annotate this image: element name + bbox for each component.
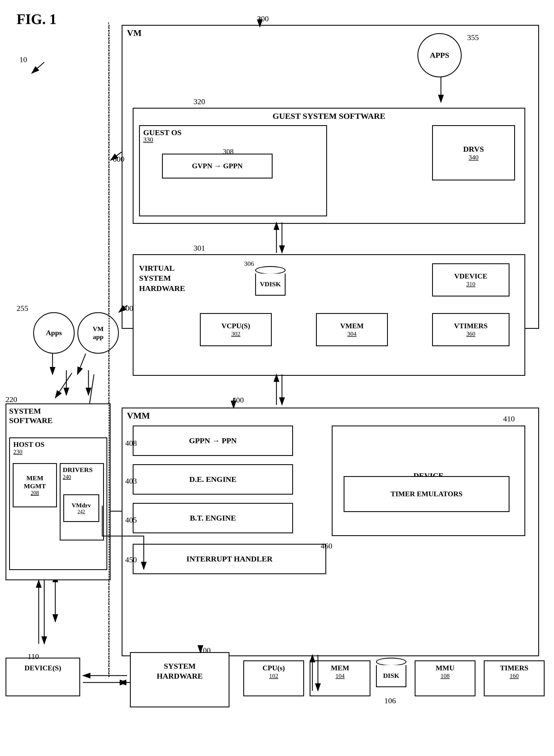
vdevice-box: VDEVICE 310 [432, 263, 509, 297]
host-os-label: HOST OS [13, 440, 45, 449]
drvs-box: DRVS 340 [432, 125, 515, 180]
timer-emulators-label: TIMER EMULATORS [391, 490, 462, 498]
de-engine-box: D.E. ENGINE [133, 464, 293, 495]
ref-110: 110 [27, 652, 39, 661]
bt-engine-label: B.T. ENGINE [190, 514, 236, 522]
host-os-box: HOST OS 230 MEMMGMT 208 DRIVERS 240 VMdr… [9, 437, 107, 570]
drivers-ref: 240 [63, 474, 71, 480]
vm-app-label: VMapp [93, 325, 104, 341]
device-emulators-box: DEVICEEMULATORS TIMER EMULATORS [332, 426, 525, 536]
system-hardware-label: SYSTEMHARDWARE [131, 653, 229, 681]
apps-small-circle: Apps [33, 312, 75, 354]
vmem-label: VMEM [340, 322, 364, 330]
timers-label: TIMERS [485, 661, 544, 672]
ref-301: 301 [193, 244, 205, 253]
svg-line-32 [119, 305, 127, 312]
vdisk-label: VDISK [260, 280, 281, 288]
de-engine-label: D.E. ENGINE [189, 475, 236, 484]
mem-mgmt-box: MEMMGMT 208 [13, 463, 57, 507]
ref-355: 355 [467, 33, 479, 42]
system-software-label: SYSTEMSOFTWARE [9, 406, 53, 425]
system-hardware-box: SYSTEMHARDWARE [130, 652, 229, 707]
drivers-label: DRIVERS [63, 466, 93, 474]
cpus-box-hw: CPU(s) 102 [243, 660, 304, 696]
interrupt-handler-label: INTERRUPT HANDLER [186, 555, 272, 563]
vm-app-circle: VMapp [77, 312, 119, 354]
ref-106-label: 106 [384, 696, 396, 705]
apps-circle: APPS [418, 33, 462, 77]
svg-line-15 [32, 62, 44, 73]
mmu-box: MMU 108 [415, 660, 476, 696]
cpus-hw-label: CPU(s) [244, 661, 303, 672]
vdevice-ref: 310 [466, 280, 476, 288]
dashed-divider [109, 25, 109, 677]
disk-cylinder: DISK [376, 657, 406, 687]
ref-255: 255 [16, 304, 28, 313]
drvs-label: DRVS [463, 145, 484, 153]
devices-label: DEVICE(S) [6, 658, 79, 672]
host-os-ref: 230 [13, 448, 22, 455]
vtimers-ref: 360 [466, 330, 476, 337]
vmm-label: VMM [127, 411, 150, 421]
gppn-ppn-label: GPPN → PPN [189, 436, 237, 445]
vtimers-box: VTIMERS 360 [432, 313, 509, 346]
ref-320: 320 [193, 97, 205, 106]
mem-mgmt-ref: 208 [31, 490, 39, 496]
mem-mgmt-label: MEMMGMT [24, 474, 46, 490]
vdevice-label: VDEVICE [454, 272, 487, 280]
bt-engine-box: B.T. ENGINE [133, 503, 293, 533]
guest-os-ref: 330 [143, 136, 153, 143]
disk-label: DISK [383, 672, 399, 680]
timers-box: TIMERS 160 [484, 660, 545, 696]
ref-408: 408 [125, 439, 137, 448]
timer-emulators-box: TIMER EMULATORS [344, 476, 509, 512]
svg-line-36 [77, 354, 86, 374]
gvpn-gppn-box: GVPN → GPPN [162, 153, 273, 179]
interrupt-handler-box: INTERRUPT HANDLER [133, 544, 326, 574]
cpus-hw-ref: 102 [244, 672, 303, 680]
vmdrv-ref: 242 [78, 509, 85, 515]
drvs-ref: 340 [468, 153, 479, 161]
mmu-label: MMU [416, 661, 475, 672]
ref-306: 306 [244, 260, 254, 267]
devices-box: DEVICE(S) [5, 657, 80, 696]
gvpn-gppn-label: GVPN → GPPN [192, 162, 242, 170]
vtimers-label: VTIMERS [454, 322, 487, 330]
guest-os-box: GUEST OS 330 GVPN → GPPN 308 [139, 125, 327, 216]
guest-system-software-box: GUEST SYSTEM SOFTWARE GUEST OS 330 GVPN … [133, 108, 525, 224]
ref-220: 220 [5, 395, 17, 404]
ref-308: 308 [223, 147, 234, 156]
virtual-system-hardware-box: VIRTUALSYSTEMHARDWARE VDISK 306 VDEVICE … [133, 254, 525, 376]
svg-line-49 [111, 152, 122, 160]
vmem-box: VMEM 304 [316, 313, 388, 346]
figure-title: FIG. 1 [16, 11, 56, 27]
mmu-ref: 108 [416, 672, 475, 680]
vcpus-label: VCPU(S) [221, 322, 250, 330]
apps-small-label: Apps [46, 329, 62, 337]
ref-410: 410 [503, 415, 515, 423]
vdisk-cylinder: VDISK [255, 266, 286, 296]
vmdrv-label: VMdrv [72, 502, 91, 509]
vcpus-box: VCPU(S) 302 [200, 313, 272, 346]
timers-ref: 160 [485, 672, 544, 680]
ref-10: 10 [19, 55, 27, 64]
vcpus-ref: 302 [231, 330, 240, 337]
guest-system-software-title: GUEST SYSTEM SOFTWARE [133, 109, 524, 121]
vmem-ref: 304 [347, 330, 356, 337]
ref-403: 403 [125, 477, 137, 486]
vsh-label: VIRTUALSYSTEMHARDWARE [139, 263, 185, 294]
ref-460: 460 [321, 542, 332, 551]
gppn-ppn-box: GPPN → PPN [133, 426, 293, 456]
vm-label: VM [127, 28, 142, 38]
